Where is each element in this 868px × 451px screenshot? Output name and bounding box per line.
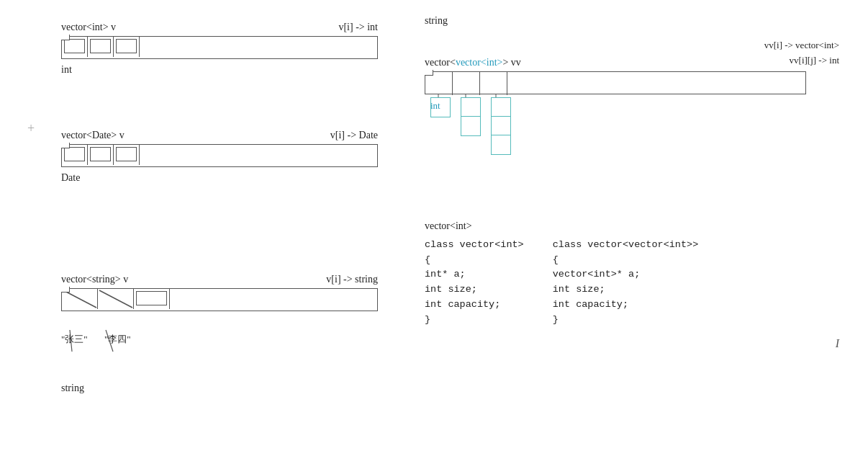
code-right-l2: { [553, 253, 699, 268]
section-vector-int: vector<int> v v[i] -> int [61, 22, 378, 76]
sub-vector-1: int [430, 97, 440, 112]
access1-label: vv[i] -> vector<int> [764, 38, 839, 53]
code-block-left: class vector<int> { int* a; int size; in… [425, 238, 524, 329]
string-label1: "张三" [61, 333, 88, 346]
cursor-icon: I [836, 337, 839, 350]
code-left-l5: int capacity; [425, 298, 524, 313]
vector-string-type: string [61, 383, 84, 393]
right-title: string [425, 15, 448, 26]
vector-int-array [61, 36, 378, 59]
section-vector-date: vector<Date> v v[i] -> Date [61, 130, 378, 184]
vector-int-label: vector<int> v [61, 22, 116, 33]
vector-string-array [61, 288, 378, 311]
vector-string-label: vector<string> v [61, 274, 128, 285]
code-right-l5: int capacity; [553, 298, 699, 313]
code-left-l1: class vector<int> [425, 238, 524, 253]
plus-decoration: + [27, 121, 35, 136]
code-right-l6: } [553, 313, 699, 328]
vector2d-array-container: int [425, 71, 846, 94]
code-blocks-section: class vector<int> { int* a; int size; in… [425, 238, 846, 329]
right-panel: string vector<vector<int>> vv vv[i] -> v… [410, 14, 846, 437]
code-right-l3: vector<int>* a; [553, 267, 699, 282]
string-label2: "李四" [104, 333, 131, 346]
vector-int-access: v[i] -> int [338, 22, 378, 33]
right-title-section: string [425, 14, 846, 27]
code-right-l1: class vector<vector<int>> [553, 238, 699, 253]
vector-string-access: v[i] -> string [326, 274, 378, 285]
vector-date-label: vector<Date> v [61, 130, 125, 141]
section-vector-string: vector<string> v v[i] -> string [61, 274, 378, 394]
vector-int-type: int [61, 64, 72, 75]
code-left-l3: int* a; [425, 267, 524, 282]
svg-line-0 [63, 290, 96, 308]
code-left-l6: } [425, 313, 524, 328]
left-panel: + vector<int> v v[i] -> int [22, 14, 410, 437]
code-left-l4: int size; [425, 282, 524, 298]
access2-label: vv[i][j] -> int [764, 53, 839, 68]
vector-date-type: Date [61, 172, 80, 183]
vector-date-access: v[i] -> Date [330, 130, 378, 141]
vector-int-bottom-label: vector<int> [425, 220, 846, 232]
vector2d-outer-array [425, 71, 806, 94]
code-block-right: class vector<vector<int>> { vector<int>*… [553, 238, 699, 329]
main-container: + vector<int> v v[i] -> int [0, 0, 868, 451]
code-left-l2: { [425, 253, 524, 268]
svg-line-1 [99, 290, 132, 308]
vector2d-section: vector<vector<int>> vv vv[i] -> vector<i… [425, 38, 846, 232]
vector-date-array [61, 144, 378, 167]
code-right-l4: int size; [553, 282, 699, 298]
vector2d-label: vector<vector<int>> vv [425, 57, 521, 68]
